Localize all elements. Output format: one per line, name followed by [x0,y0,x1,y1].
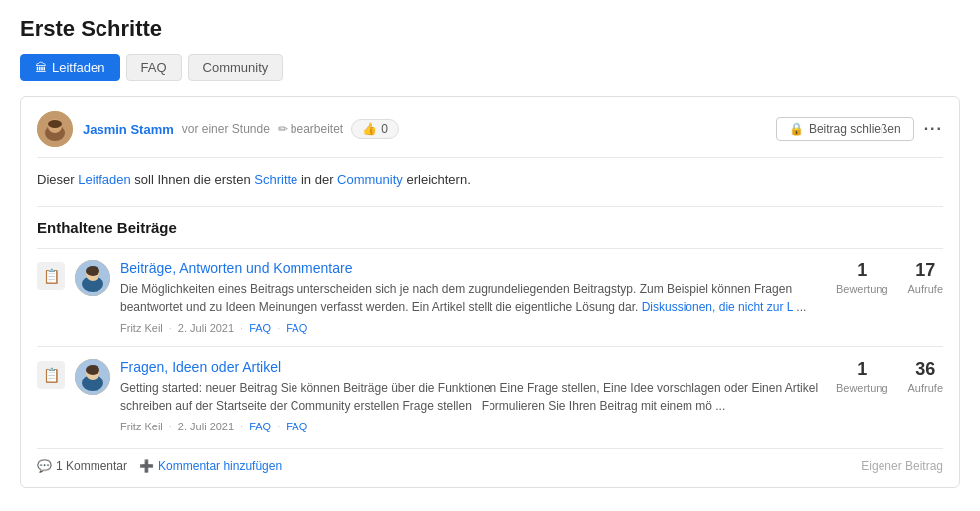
add-comment-button[interactable]: ➕ Kommentar hinzufügen [139,459,282,473]
rating-label-2: Bewertung [836,382,888,394]
owner-label: Eigener Beitrag [861,459,943,473]
article-avatar-2 [75,359,110,395]
main-card: Jasmin Stamm vor einer Stunde ✏ bearbeit… [20,96,960,488]
article-type-icon: 📋 [37,262,65,290]
excerpt-link[interactable]: Diskussionen, die nicht zur L [642,300,793,314]
post-footer: 💬 1 Kommentar ➕ Kommentar hinzufügen Eig… [37,448,943,473]
article-tag-2b[interactable]: FAQ [286,421,307,432]
like-button[interactable]: 👍 0 [351,119,399,139]
svg-point-3 [48,120,62,128]
rating-number-1: 1 [857,260,867,282]
section-title: Enthaltene Beiträge [37,206,943,236]
article-tag-1b[interactable]: FAQ [286,322,307,334]
article-title[interactable]: Beiträge, Antworten und Kommentare [120,260,826,276]
rating-number-2: 1 [857,359,867,381]
stat-views-1: 17 Aufrufe [908,260,943,296]
tab-community[interactable]: Community [188,54,284,81]
post-header: Jasmin Stamm vor einer Stunde ✏ bearbeit… [37,111,943,158]
rating-label-1: Bewertung [836,283,888,295]
author-name[interactable]: Jasmin Stamm [83,122,174,137]
article-meta-2: Fritz Keil · 2. Juli 2021 · FAQ · FAQ [120,421,826,432]
close-post-button[interactable]: 🔒 Beitrag schließen [776,117,914,141]
article-list: 📋 Beiträge, Antworten und Kommentare Die… [37,248,943,444]
highlight-schritte: Schritte [254,172,297,187]
article-excerpt-2: Getting started: neuer Beitrag Sie könne… [120,379,826,415]
footer-left: 💬 1 Kommentar ➕ Kommentar hinzufügen [37,459,282,473]
tab-faq[interactable]: FAQ [126,54,182,81]
leitfaden-icon: 🏛 [35,61,47,75]
article-meta: Fritz Keil · 2. Juli 2021 · FAQ · FAQ [120,322,826,334]
tab-leitfaden[interactable]: 🏛 Leitfaden [20,54,120,81]
article-content: Beiträge, Antworten und Kommentare Die M… [120,260,826,334]
post-actions: 🔒 Beitrag schließen ··· [776,117,943,141]
article-tag-1a[interactable]: FAQ [249,322,271,334]
highlight-leitfaden: Leitfaden [78,172,131,187]
article-tag-2a[interactable]: FAQ [249,421,271,432]
post-meta: Jasmin Stamm vor einer Stunde ✏ bearbeit… [83,119,776,139]
post-body: Dieser Leitfaden soll Ihnen die ersten S… [37,170,943,190]
article-stats-1: 1 Bewertung 17 Aufrufe [836,260,943,296]
article-author-1: Fritz Keil [120,322,163,334]
article-content-2: Fragen, Ideen oder Artikel Getting start… [120,359,826,432]
edit-icon: ✏ [278,122,288,136]
highlight-community: Community [337,172,403,187]
article-author-2: Fritz Keil [120,421,163,432]
views-number-1: 17 [915,260,935,282]
article-type-icon-2: 📋 [37,361,65,389]
comment-icon: 💬 [37,459,52,473]
views-label-2: Aufrufe [908,382,943,394]
stat-rating-1: 1 Bewertung [836,260,888,296]
svg-point-7 [86,266,99,276]
avatar [37,111,73,147]
article-item: 📋 Beiträge, Antworten und Kommentare Die… [37,248,943,346]
views-label-1: Aufrufe [908,283,943,295]
tabs-row: 🏛 Leitfaden FAQ Community [20,54,960,81]
svg-point-11 [86,365,99,375]
article-avatar [75,260,110,296]
add-icon: ➕ [139,459,154,473]
article-date-1: 2. Juli 2021 [178,322,234,334]
comment-count: 💬 1 Kommentar [37,459,127,473]
stat-rating-2: 1 Bewertung [836,359,888,395]
article-item: 📋 Fragen, Ideen oder Artikel Getting sta… [37,346,943,444]
article-excerpt: Die Möglichkeiten eines Beitrags untersc… [120,280,826,316]
article-date-2: 2. Juli 2021 [178,421,234,432]
views-number-2: 36 [915,359,935,381]
more-options-button[interactable]: ··· [924,120,943,138]
post-time: vor einer Stunde [182,122,270,136]
stat-views-2: 36 Aufrufe [908,359,943,395]
article-title-2[interactable]: Fragen, Ideen oder Artikel [120,359,826,375]
page-title: Erste Schritte [20,16,960,42]
edit-link[interactable]: ✏ bearbeitet [278,122,343,136]
lock-icon: 🔒 [789,122,804,136]
article-stats-2: 1 Bewertung 36 Aufrufe [836,359,943,395]
like-icon: 👍 [362,122,377,136]
